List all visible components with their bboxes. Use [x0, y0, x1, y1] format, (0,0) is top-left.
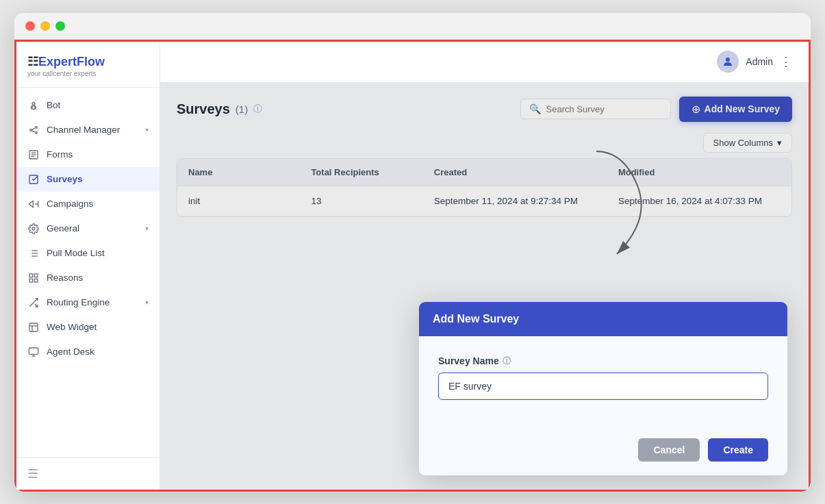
- svg-rect-13: [29, 175, 38, 184]
- svg-line-8: [31, 130, 35, 132]
- sidebar-item-label: Forms: [47, 149, 73, 160]
- header-right: Admin ⋮: [717, 51, 792, 73]
- sidebar-logo: ☷ExpertFlow your callcenter experts: [16, 42, 160, 88]
- maximize-button[interactable]: [55, 21, 65, 31]
- modal-overlay: Add New Survey Survey Name ⓘ: [160, 83, 809, 490]
- sidebar-item-agent-desk[interactable]: Agent Desk: [16, 340, 160, 364]
- modal-title: Add New Survey: [433, 313, 519, 325]
- chevron-down-icon: ▾: [145, 126, 149, 134]
- svg-marker-14: [29, 201, 33, 207]
- routing-icon: [27, 297, 40, 309]
- surveys-area: Surveys (1) ⓘ 🔍 ⊕ Add New Survey: [160, 83, 809, 490]
- sidebar-item-label: Channel Manager: [47, 125, 120, 135]
- sidebar-item-surveys[interactable]: Surveys: [16, 167, 160, 192]
- svg-point-17: [32, 227, 35, 230]
- survey-name-label: Survey Name ⓘ: [438, 355, 768, 367]
- main-content: Admin ⋮ Surveys (1) ⓘ 🔍: [160, 42, 809, 490]
- info-icon: ⓘ: [503, 355, 511, 367]
- sidebar: ☷ExpertFlow your callcenter experts Bot: [16, 42, 160, 490]
- survey-name-input[interactable]: [438, 373, 768, 400]
- browser-titlebar: [14, 13, 811, 40]
- sidebar-item-general[interactable]: General ▾: [16, 216, 160, 241]
- sidebar-item-label: Web Widget: [47, 322, 97, 332]
- minimize-button[interactable]: [40, 21, 50, 31]
- avatar: [717, 51, 739, 73]
- widget-icon: [27, 321, 40, 333]
- svg-rect-24: [29, 274, 33, 277]
- more-options-icon[interactable]: ⋮: [780, 54, 792, 69]
- svg-rect-25: [34, 274, 38, 277]
- sidebar-item-label: Agent Desk: [47, 346, 94, 357]
- sidebar-item-label: Surveys: [47, 174, 83, 184]
- modal-add-survey: Add New Survey Survey Name ⓘ: [418, 301, 788, 476]
- general-icon: [27, 223, 40, 235]
- sidebar-item-bot[interactable]: Bot: [16, 93, 160, 118]
- sidebar-item-label: Pull Mode List: [47, 248, 105, 258]
- sidebar-item-reasons[interactable]: Reasons: [16, 266, 160, 290]
- sidebar-item-label: Reasons: [47, 273, 83, 283]
- forms-icon: [27, 149, 40, 161]
- sidebar-item-pull-mode-list[interactable]: Pull Mode List: [16, 241, 160, 266]
- create-button[interactable]: Create: [708, 438, 768, 462]
- modal-body: Survey Name ⓘ: [419, 336, 787, 427]
- sidebar-item-label: General: [47, 223, 79, 234]
- svg-rect-26: [34, 279, 38, 282]
- svg-point-4: [30, 129, 32, 131]
- sidebar-bottom: ☰: [16, 457, 160, 490]
- chevron-down-icon: ▾: [145, 225, 149, 232]
- sidebar-nav: Bot Channel Manager ▾ Forms: [16, 88, 160, 457]
- sidebar-item-routing-engine[interactable]: Routing Engine ▾: [16, 290, 160, 315]
- reasons-icon: [27, 272, 40, 284]
- sidebar-bottom-icon: ☰: [27, 467, 38, 481]
- svg-rect-33: [29, 348, 38, 354]
- modal-header: Add New Survey: [419, 302, 787, 336]
- surveys-icon: [27, 173, 40, 186]
- svg-point-0: [32, 102, 35, 105]
- admin-name: Admin: [746, 56, 773, 67]
- sidebar-item-web-widget[interactable]: Web Widget: [16, 315, 160, 340]
- svg-point-6: [36, 131, 38, 134]
- svg-rect-30: [29, 323, 38, 331]
- sidebar-item-campaigns[interactable]: Campaigns: [16, 192, 160, 216]
- sidebar-item-label: Bot: [47, 100, 60, 110]
- channel-icon: [27, 124, 40, 136]
- modal-footer: Cancel Create: [419, 427, 787, 475]
- survey-name-group: Survey Name ⓘ: [438, 355, 768, 400]
- main-header: Admin ⋮: [160, 42, 809, 83]
- bot-icon: [27, 99, 40, 112]
- cancel-button[interactable]: Cancel: [638, 438, 700, 462]
- svg-line-7: [31, 127, 35, 129]
- svg-point-5: [36, 126, 38, 128]
- sidebar-item-channel-manager[interactable]: Channel Manager ▾: [16, 118, 160, 142]
- logo-tagline: your callcenter experts: [27, 70, 149, 77]
- sidebar-item-label: Routing Engine: [47, 297, 110, 307]
- sidebar-item-label: Campaigns: [47, 199, 93, 209]
- campaigns-icon: [27, 198, 40, 210]
- chevron-down-icon: ▾: [145, 299, 149, 306]
- sidebar-item-forms[interactable]: Forms: [16, 142, 160, 167]
- app-container: ☷ExpertFlow your callcenter experts Bot: [14, 40, 811, 492]
- agent-icon: [27, 346, 40, 358]
- list-icon: [27, 247, 40, 260]
- svg-point-36: [726, 58, 730, 62]
- logo-text: ☷ExpertFlow: [27, 54, 149, 69]
- close-button[interactable]: [25, 21, 35, 31]
- svg-rect-27: [29, 279, 33, 282]
